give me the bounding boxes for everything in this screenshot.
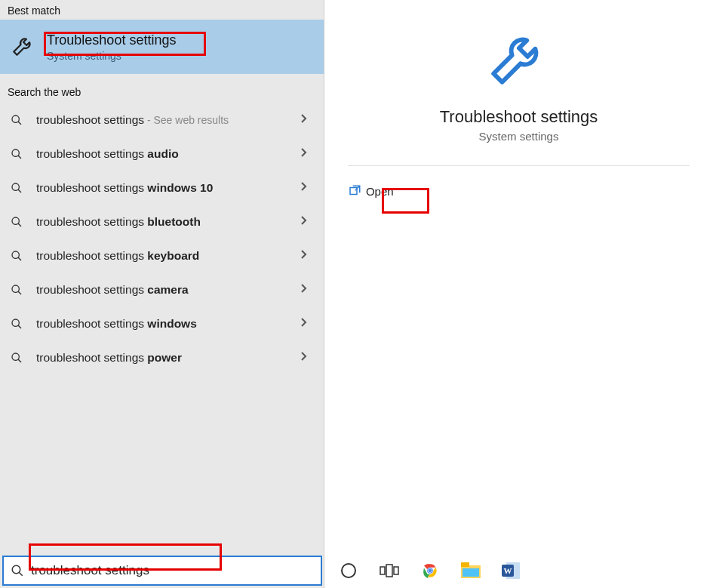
chevron-right-icon[interactable] (300, 317, 310, 331)
svg-rect-29 (463, 568, 479, 577)
web-result-label: troubleshoot settings windows 10 (26, 181, 300, 195)
svg-line-17 (19, 572, 23, 576)
search-icon (11, 148, 26, 160)
search-bar[interactable] (2, 556, 322, 586)
taskview-icon[interactable] (379, 560, 400, 581)
svg-line-11 (18, 291, 21, 294)
web-results-list: troubleshoot settings - See web resultst… (0, 101, 324, 374)
web-result-label: troubleshoot settings - See web results (26, 113, 300, 127)
best-match-item[interactable]: Troubleshoot settings System settings (0, 20, 324, 74)
wrench-icon (11, 32, 39, 61)
web-result-item[interactable]: troubleshoot settings windows (0, 306, 324, 340)
web-result-item[interactable]: troubleshoot settings power (0, 340, 324, 374)
open-action[interactable]: Open (348, 180, 690, 202)
taskbar: W (324, 553, 713, 588)
detail-panel: Troubleshoot settings System settings Op… (324, 0, 713, 588)
web-result-label: troubleshoot settings bluetooth (26, 215, 300, 229)
web-result-item[interactable]: troubleshoot settings keyboard (0, 239, 324, 272)
svg-point-10 (12, 285, 19, 292)
divider (348, 165, 690, 166)
web-result-label: troubleshoot settings keyboard (26, 249, 300, 263)
svg-line-3 (18, 155, 21, 159)
web-result-item[interactable]: troubleshoot settings windows 10 (0, 171, 324, 205)
svg-line-13 (18, 325, 21, 328)
svg-rect-22 (394, 567, 398, 574)
svg-point-8 (12, 251, 19, 258)
search-icon (4, 564, 31, 577)
chevron-right-icon[interactable] (300, 215, 310, 229)
detail-subtitle: System settings (479, 130, 559, 143)
actions-list: Open (348, 180, 690, 202)
best-match-text: Troubleshoot settings System settings (47, 32, 176, 62)
wrench-icon (485, 23, 553, 94)
svg-rect-18 (350, 188, 357, 195)
search-icon (11, 284, 26, 296)
search-input[interactable] (31, 560, 321, 581)
chevron-right-icon[interactable] (300, 249, 310, 263)
svg-line-15 (18, 359, 21, 362)
svg-line-5 (18, 189, 21, 192)
search-icon (11, 114, 26, 126)
web-result-label: troubleshoot settings power (26, 351, 300, 365)
search-icon (11, 352, 26, 364)
svg-point-12 (12, 319, 19, 326)
svg-rect-21 (386, 565, 392, 577)
web-result-label: troubleshoot settings windows (26, 317, 300, 331)
open-label: Open (366, 185, 394, 198)
web-header: Search the web (0, 82, 324, 101)
svg-point-16 (12, 565, 20, 574)
svg-point-19 (342, 564, 355, 577)
svg-point-4 (12, 183, 19, 190)
svg-point-14 (12, 353, 19, 360)
web-result-item[interactable]: troubleshoot settings camera (0, 272, 324, 306)
open-icon (348, 184, 366, 198)
chevron-right-icon[interactable] (300, 283, 310, 297)
svg-rect-28 (461, 562, 469, 567)
explorer-icon[interactable] (460, 560, 481, 581)
chevron-right-icon[interactable] (300, 181, 310, 195)
best-match-title: Troubleshoot settings (47, 32, 176, 48)
web-result-item[interactable]: troubleshoot settings bluetooth (0, 205, 324, 239)
chevron-right-icon[interactable] (300, 147, 310, 161)
svg-line-9 (18, 257, 21, 260)
best-match-header: Best match (0, 0, 324, 20)
chevron-right-icon[interactable] (300, 351, 310, 365)
results-panel: Best match Troubleshoot settings System … (0, 0, 324, 588)
svg-rect-20 (380, 567, 385, 574)
chrome-icon[interactable] (420, 560, 441, 581)
detail-title: Troubleshoot settings (440, 107, 598, 127)
svg-line-1 (18, 122, 21, 125)
web-result-item[interactable]: troubleshoot settings - See web results (0, 103, 324, 137)
svg-point-0 (12, 115, 19, 122)
svg-line-7 (18, 223, 21, 226)
web-result-label: troubleshoot settings camera (26, 283, 300, 297)
search-icon (11, 182, 26, 194)
chevron-right-icon[interactable] (300, 113, 310, 127)
svg-text:W: W (504, 566, 512, 575)
svg-point-6 (12, 217, 19, 224)
search-icon (11, 216, 26, 228)
svg-point-2 (12, 149, 19, 156)
web-result-label: troubleshoot settings audio (26, 147, 300, 161)
best-match-subtitle: System settings (47, 50, 176, 62)
cortana-icon[interactable] (338, 560, 359, 581)
search-icon (11, 318, 26, 330)
search-icon (11, 250, 26, 262)
word-icon[interactable]: W (501, 560, 522, 581)
web-result-item[interactable]: troubleshoot settings audio (0, 137, 324, 171)
svg-point-26 (429, 569, 432, 572)
